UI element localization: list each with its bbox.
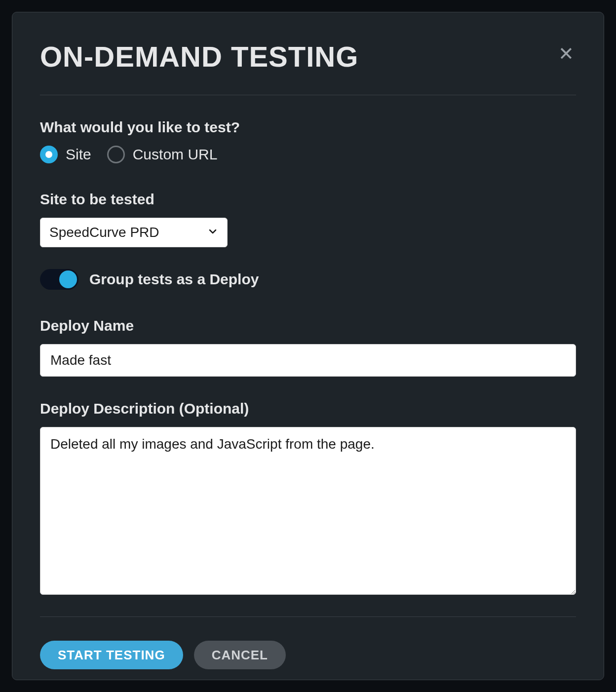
modal-actions: START TESTING CANCEL — [40, 641, 576, 669]
on-demand-testing-modal: ✕ ON-DEMAND TESTING What would you like … — [12, 12, 604, 680]
radio-option-custom-url[interactable]: Custom URL — [107, 146, 218, 163]
radio-label: Custom URL — [133, 146, 218, 163]
start-testing-button[interactable]: START TESTING — [40, 641, 183, 669]
radio-label: Site — [66, 146, 91, 163]
modal-title: ON-DEMAND TESTING — [40, 40, 576, 73]
site-select[interactable]: SpeedCurve PRD — [40, 218, 228, 247]
question-label: What would you like to test? — [40, 119, 576, 136]
toggle-knob-icon — [59, 270, 77, 288]
close-button[interactable]: ✕ — [556, 44, 576, 64]
close-icon: ✕ — [558, 44, 574, 63]
group-as-deploy-label: Group tests as a Deploy — [89, 271, 259, 288]
group-as-deploy-toggle[interactable] — [40, 269, 78, 290]
site-select-wrap: SpeedCurve PRD — [40, 218, 228, 247]
divider — [40, 616, 576, 617]
deploy-name-input[interactable] — [40, 344, 576, 377]
cancel-button[interactable]: CANCEL — [194, 641, 286, 669]
group-as-deploy-row: Group tests as a Deploy — [40, 269, 576, 290]
test-type-radio-group: Site Custom URL — [40, 146, 576, 163]
radio-icon — [107, 146, 125, 163]
deploy-description-textarea[interactable] — [40, 427, 576, 595]
deploy-description-label: Deploy Description (Optional) — [40, 400, 576, 417]
modal-backdrop: ✕ ON-DEMAND TESTING What would you like … — [0, 0, 616, 692]
radio-option-site[interactable]: Site — [40, 146, 91, 163]
site-select-value: SpeedCurve PRD — [49, 225, 159, 240]
deploy-name-label: Deploy Name — [40, 317, 576, 334]
site-select-label: Site to be tested — [40, 191, 576, 208]
divider — [40, 95, 576, 95]
radio-icon — [40, 146, 58, 163]
